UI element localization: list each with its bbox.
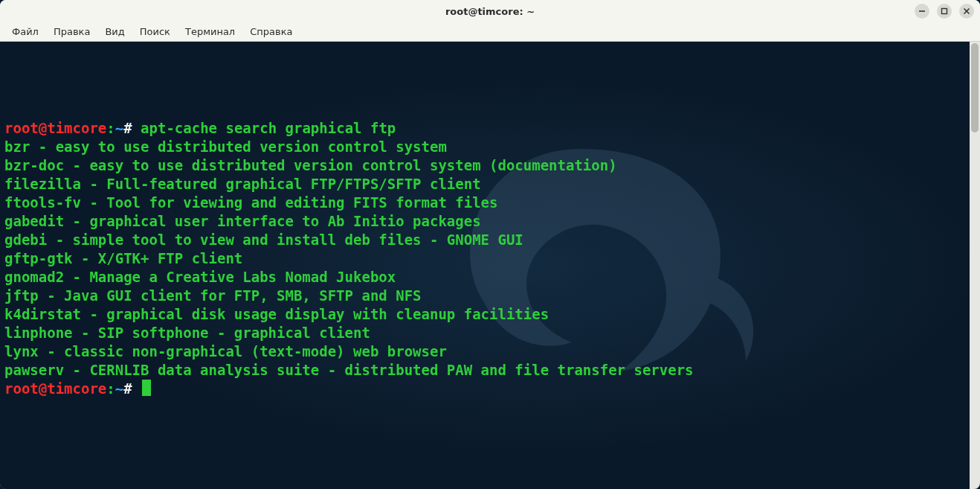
output-line: lynx - classic non-graphical (text-mode)… (4, 343, 447, 359)
prompt-sep: : (106, 380, 115, 397)
minimize-icon (918, 7, 926, 15)
prompt-symbol: # (123, 380, 132, 397)
command-text: apt-cache search graphical ftp (141, 120, 396, 136)
terminal-viewport[interactable]: root@timcore:~# apt-cache search graphic… (0, 42, 970, 489)
output-line: bzr - easy to use distributed version co… (4, 138, 447, 155)
output-line: gnomad2 - Manage a Creative Labs Nomad J… (4, 269, 396, 285)
output-line: gdebi - simple tool to view and install … (4, 231, 523, 248)
terminal-area: root@timcore:~# apt-cache search graphic… (0, 42, 980, 489)
output-line: bzr-doc - easy to use distributed versio… (4, 157, 617, 173)
output-line: gabedit - graphical user interface to Ab… (4, 213, 481, 229)
output-line: k4dirstat - graphical disk usage display… (4, 306, 549, 322)
maximize-icon (941, 7, 948, 15)
terminal-content: root@timcore:~# apt-cache search graphic… (4, 100, 965, 417)
menu-edit[interactable]: Правка (46, 24, 97, 39)
cursor (142, 380, 151, 396)
output-line: filezilla - Full-featured graphical FTP/… (4, 176, 481, 192)
prompt-path: ~ (115, 120, 123, 136)
close-icon (963, 7, 970, 15)
output-line: pawserv - CERNLIB data analysis suite - … (4, 362, 694, 378)
prompt-user: root@timcore (4, 380, 106, 397)
close-button[interactable] (959, 4, 974, 19)
window-controls (915, 4, 974, 19)
maximize-button[interactable] (937, 4, 952, 19)
menu-terminal[interactable]: Терминал (178, 24, 242, 39)
output-line: jftp - Java GUI client for FTP, SMB, SFT… (4, 287, 422, 304)
scrollbar-thumb[interactable] (971, 43, 979, 132)
terminal-window: root@timcore: ~ Файл Правка Вид Поиск Те… (0, 0, 980, 489)
output-line: ftools-fv - Tool for viewing and editing… (4, 194, 497, 211)
titlebar: root@timcore: ~ (0, 0, 980, 22)
svg-rect-1 (942, 9, 947, 14)
prompt-user: root@timcore (4, 120, 106, 136)
menu-file[interactable]: Файл (4, 24, 46, 39)
output-line: gftp-gtk - X/GTK+ FTP client (4, 250, 242, 266)
menu-view[interactable]: Вид (97, 24, 132, 39)
output-line: linphone - SIP softphone - graphical cli… (4, 325, 370, 341)
window-title: root@timcore: ~ (445, 6, 535, 17)
minimize-button[interactable] (915, 4, 929, 19)
menu-search[interactable]: Поиск (132, 24, 178, 39)
menu-help[interactable]: Справка (242, 24, 300, 39)
prompt-sep: : (106, 120, 115, 136)
prompt-symbol: # (123, 120, 132, 136)
prompt-path: ~ (115, 380, 123, 397)
scrollbar[interactable] (970, 42, 980, 489)
menubar: Файл Правка Вид Поиск Терминал Справка (0, 22, 980, 42)
